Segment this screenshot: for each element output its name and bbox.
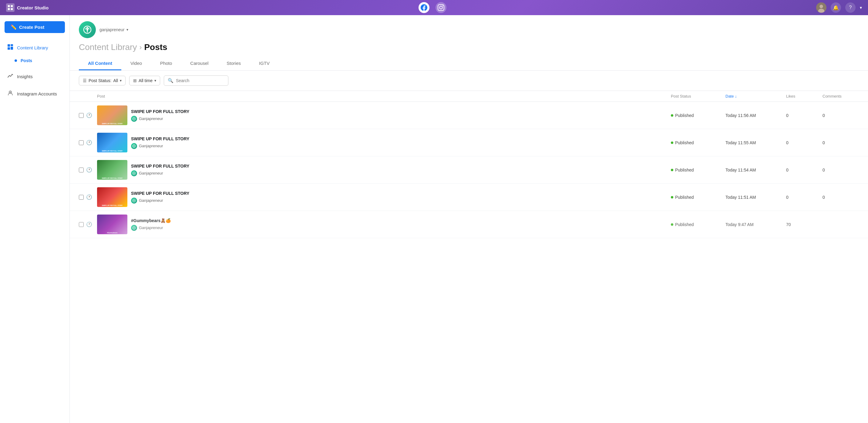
time-filter-icon: ⊞ [133,78,137,83]
post-account-name-1: Ganjapreneur [139,116,163,121]
row-checkbox-1[interactable] [79,113,84,118]
tab-photo[interactable]: Photo [151,57,181,70]
thumb-img-2: SWIPE UP FOR FULL STORY [97,133,127,153]
date-cell-1: Today 11:56 AM [725,113,786,118]
row-controls-2: 🕐 [79,140,97,145]
col-comments: Comments [823,94,859,98]
row-checkbox-4[interactable] [79,195,84,200]
status-dot-1 [671,114,673,117]
app-layout: ✏️ Create Post Content Library Posts [0,15,868,423]
post-status-chevron: ▾ [120,78,122,83]
breadcrumb-parent[interactable]: Content Library [79,42,137,52]
account-name: ganjapreneur [99,27,125,32]
sidebar-item-content-library[interactable]: Content Library [2,41,67,55]
table-row: 🕐 #Gummybears #Gummybears🧸🍊 [70,211,868,238]
status-dot-2 [671,141,673,144]
post-status-filter[interactable]: ☰ Post Status: All ▾ [79,76,126,86]
account-avatar [79,21,96,38]
sidebar-item-instagram-accounts[interactable]: Instagram Accounts [2,87,67,101]
row-clock-1[interactable]: 🕐 [86,112,92,118]
post-account-1: Ganjapreneur [131,116,189,122]
row-checkbox-3[interactable] [79,168,84,172]
col-status: Post Status [671,94,725,98]
notifications-btn[interactable]: 🔔 [831,2,841,13]
sidebar: ✏️ Create Post Content Library Posts [0,15,70,423]
likes-cell-5: 70 [786,222,823,227]
post-account-name-5: Ganjapreneur [139,225,163,230]
table-header: Post Post Status Date ↓ Likes Comments [70,91,868,102]
thumb-img-4: SWIPE UP FOR FULL STORY [97,187,127,207]
status-cell-2: Published [671,140,725,145]
row-checkbox-5[interactable] [79,222,84,227]
thumb-text-2: SWIPE UP FOR FULL STORY [98,150,127,152]
instagram-nav-btn[interactable] [436,2,446,13]
time-filter-value: All time [138,78,153,83]
instagram-accounts-label: Instagram Accounts [17,91,57,96]
svg-rect-8 [11,44,13,46]
time-filter[interactable]: ⊞ All time ▾ [129,76,160,86]
sidebar-item-posts[interactable]: Posts [2,55,67,66]
page-header: ganjapreneur ▾ Content Library › Posts A… [70,15,868,71]
thumb-text-5: #Gummybears [98,232,127,234]
date-cell-2: Today 11:55 AM [725,140,786,145]
post-status-value: All [113,78,118,83]
post-cell-4: SWIPE UP FOR FULL STORY SWIPE UP FOR FUL… [97,187,671,207]
row-clock-2[interactable]: 🕐 [86,140,92,145]
row-clock-4[interactable]: 🕐 [86,194,92,200]
tab-all-content[interactable]: All Content [79,57,121,70]
comments-cell-4: 0 [823,195,859,200]
help-btn[interactable]: ? [845,2,856,13]
nav-dropdown-chevron[interactable]: ▾ [860,5,862,10]
status-cell-4: Published [671,195,725,200]
posts-label: Posts [21,58,32,63]
tab-igtv[interactable]: IGTV [250,57,279,70]
content-library-icon [7,44,13,52]
search-box[interactable]: 🔍 [164,75,228,86]
comments-cell-1: 0 [823,113,859,118]
post-status-label: Post Status: [89,78,111,83]
sidebar-item-insights[interactable]: Insights [2,70,67,83]
tab-stories[interactable]: Stories [217,57,250,70]
post-account-avatar-1 [131,116,137,122]
post-account-avatar-4 [131,198,137,204]
row-clock-5[interactable]: 🕐 [86,222,92,227]
user-avatar[interactable] [816,2,827,13]
status-dot-5 [671,223,673,226]
post-thumb-1: SWIPE UP FOR FULL STORY [97,105,127,125]
post-title-3: SWIPE UP FOR FULL STORY [131,164,189,168]
svg-point-14 [87,29,88,31]
svg-rect-10 [11,47,13,50]
col-date[interactable]: Date ↓ [725,94,786,98]
thumb-text-1: SWIPE UP FOR FULL STORY [98,123,127,125]
status-label-5: Published [675,222,694,227]
likes-cell-4: 0 [786,195,823,200]
tab-carousel[interactable]: Carousel [181,57,217,70]
posts-table: Post Post Status Date ↓ Likes Comments 🕐… [70,91,868,238]
svg-point-22 [133,200,135,201]
time-filter-chevron: ▾ [154,78,156,83]
date-cell-4: Today 11:51 AM [725,195,786,200]
create-post-button[interactable]: ✏️ Create Post [5,21,65,33]
post-thumb-3: SWIPE UP FOR FULL STORY [97,160,127,180]
toolbar: ☰ Post Status: All ▾ ⊞ All time ▾ 🔍 [70,71,868,91]
account-dropdown[interactable]: ▾ [126,28,128,32]
status-dot-3 [671,169,673,171]
row-clock-3[interactable]: 🕐 [86,167,92,173]
facebook-nav-btn[interactable] [418,2,429,13]
status-label-1: Published [675,113,694,118]
thumb-img-1: SWIPE UP FOR FULL STORY [97,105,127,125]
row-controls-4: 🕐 [79,194,97,200]
nav-left: Creator Studio [6,3,49,12]
thumb-img-3: SWIPE UP FOR FULL STORY [97,160,127,180]
post-thumb-5: #Gummybears [97,215,127,234]
post-thumb-2: SWIPE UP FOR FULL STORY [97,133,127,153]
row-checkbox-2[interactable] [79,140,84,145]
row-controls-5: 🕐 [79,222,97,227]
sidebar-section-insights: Insights [0,68,69,85]
date-cell-5: Today 9:47 AM [725,222,786,227]
tab-video[interactable]: Video [121,57,151,70]
create-post-icon: ✏️ [11,24,17,30]
search-input[interactable] [176,78,224,83]
table-row: 🕐 SWIPE UP FOR FULL STORY SWIPE UP FOR F… [70,156,868,184]
nav-right: 🔔 ? ▾ [816,2,862,13]
